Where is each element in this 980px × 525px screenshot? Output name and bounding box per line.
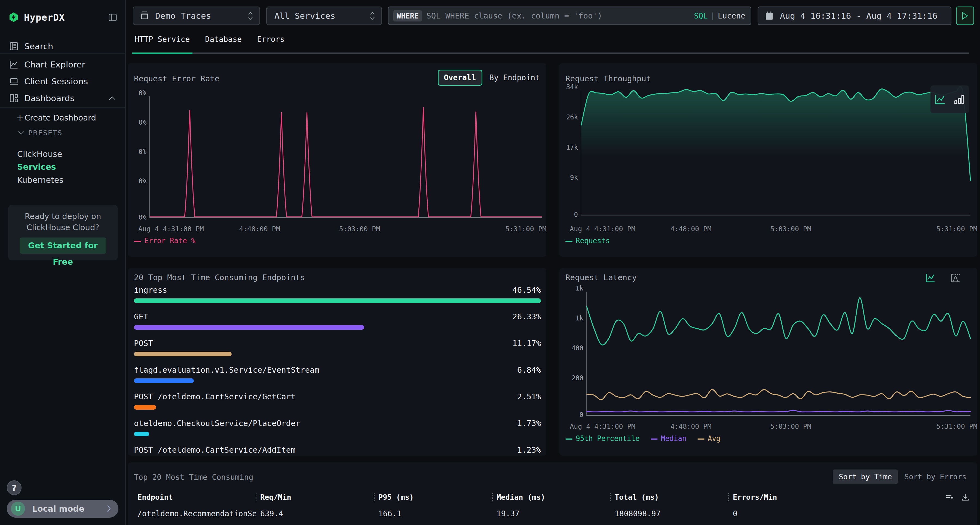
collapse-sidebar-icon[interactable] (108, 13, 118, 22)
y-tick-label: 0% (138, 178, 146, 185)
table-header-row: EndpointReq/MinP95 (ms)Median (ms)Total … (137, 493, 945, 501)
chevron-right-icon (107, 505, 111, 512)
endpoint-row[interactable]: oteldemo.CheckoutService/PlaceOrder1.73% (134, 416, 541, 443)
y-tick-label: 1k (576, 284, 583, 292)
y-tick-label: 17k (566, 144, 578, 151)
sidebar-item-kubernetes[interactable]: Kubernetes (0, 174, 125, 186)
source-select[interactable]: Demo Traces (133, 6, 260, 25)
tab-database[interactable]: Database (205, 35, 242, 45)
sort-by-time-button[interactable]: Sort by Time (833, 469, 898, 484)
column-header-endpoint[interactable]: Endpoint (137, 493, 256, 501)
sidebar-item-search[interactable]: Search (0, 40, 125, 53)
error-rate-panel: Request Error Rate Overall By Endpoint 0… (128, 63, 546, 257)
presets-toggle[interactable]: PRESETS (0, 127, 125, 139)
bar-chart-icon[interactable] (953, 93, 965, 105)
table-actions (945, 493, 970, 501)
time-range-value: Aug 4 16:31:16 - Aug 4 17:31:16 (780, 11, 937, 21)
column-drag-handle[interactable] (728, 493, 729, 501)
tab-errors[interactable]: Errors (257, 35, 285, 45)
throughput-chart: 34k26k17k9k0 (562, 87, 970, 216)
latency-lines (587, 292, 970, 415)
column-header-p95-ms[interactable]: P95 (ms) (374, 493, 492, 501)
endpoint-row[interactable]: ingress46.54% (134, 283, 541, 309)
legend-item: Avg (697, 435, 721, 443)
table-row[interactable]: /oteldemo.RecommendationServ639.4166.119… (137, 509, 945, 518)
create-dashboard-label: Create Dashboard (24, 113, 96, 122)
endpoint-bar (134, 405, 156, 410)
dashboards-icon (9, 93, 19, 103)
run-query-button[interactable] (956, 6, 974, 25)
sidebar: HyperDX Search Chart Explorer Client Ses… (0, 0, 126, 525)
database-icon (140, 11, 149, 21)
column-header-errors-min[interactable]: Errors/Min (728, 493, 846, 501)
panel-title: Top 20 Most Time Consuming (134, 473, 253, 482)
column-header-req-min[interactable]: Req/Min (256, 493, 374, 501)
panel-title: 20 Top Most Time Consuming Endpoints (134, 273, 305, 282)
column-drag-handle[interactable] (492, 493, 493, 501)
by-endpoint-button[interactable]: By Endpoint (490, 73, 540, 82)
x-tick-label: 4:48:00 PM (239, 225, 280, 233)
x-axis-labels: Aug 4 4:31:00 PM4:48:00 PM5:03:00 PM5:31… (578, 422, 977, 431)
table-cell: /oteldemo.RecommendationServ (137, 509, 256, 518)
line-chart-icon[interactable] (925, 272, 936, 283)
column-drag-handle[interactable] (610, 493, 611, 501)
legend-item: 95th Percentile (565, 435, 640, 443)
sidebar-item-label: Dashboards (24, 93, 74, 103)
sidebar-item-services[interactable]: Services (0, 160, 125, 173)
error-rate-chart: 0%0%0%0%0% (130, 93, 542, 218)
endpoint-name: ingress (134, 285, 167, 295)
service-select[interactable]: All Services (266, 6, 382, 25)
y-tick-label: 1k (576, 314, 583, 322)
get-started-button[interactable]: Get Started for Free (20, 238, 106, 254)
sidebar-divider (0, 53, 125, 54)
tab-underline-track (132, 52, 969, 54)
tab-http-service[interactable]: HTTP Service (135, 35, 190, 45)
avatar: U (11, 501, 25, 516)
y-axis-labels: 1k1k4002000 (568, 288, 583, 416)
sort-by-errors-button[interactable]: Sort by Errors (902, 469, 969, 484)
overall-button[interactable]: Overall (438, 70, 482, 86)
column-settings-icon[interactable] (945, 493, 954, 501)
sidebar-item-dashboards[interactable]: Dashboards (0, 92, 125, 105)
endpoint-row[interactable]: flagd.evaluation.v1.Service/EventStream6… (134, 363, 541, 390)
y-tick-label: 0% (138, 214, 146, 221)
endpoint-row[interactable]: POST /oteldemo.CartService/GetCart2.51% (134, 390, 541, 416)
histogram-icon[interactable] (950, 272, 961, 283)
line-chart-icon[interactable] (934, 93, 946, 105)
endpoint-row[interactable]: POST11.17% (134, 336, 541, 363)
top-time-consuming-table-panel: Top 20 Most Time Consuming Sort by Time … (128, 462, 977, 525)
toggle-separator: | (711, 11, 715, 21)
main-area: Demo Traces All Services WHERE SQL WHERE… (126, 0, 980, 525)
endpoint-row[interactable]: GET26.33% (134, 309, 541, 336)
time-range-picker[interactable]: Aug 4 16:31:16 - Aug 4 17:31:16 (757, 6, 951, 25)
create-dashboard-button[interactable]: + Create Dashboard (0, 111, 125, 124)
query-language-toggle[interactable]: SQL|Lucene (694, 11, 745, 21)
endpoint-bar (134, 378, 194, 383)
column-header-median-ms[interactable]: Median (ms) (492, 493, 610, 501)
endpoint-name: oteldemo.CheckoutService/PlaceOrder (134, 419, 300, 428)
preset-label: ClickHouse (17, 149, 62, 159)
sql-toggle[interactable]: SQL (694, 11, 708, 21)
help-button[interactable]: ? (7, 481, 22, 495)
y-tick-label: 0% (138, 119, 146, 126)
endpoint-name: POST /oteldemo.CartService/AddItem (134, 445, 296, 455)
hyperdx-logo-icon (8, 12, 19, 23)
endpoint-percent: 1.73% (517, 419, 541, 428)
local-mode-button[interactable]: U Local mode (7, 500, 118, 518)
sidebar-item-clickhouse[interactable]: ClickHouse (0, 148, 125, 160)
endpoint-row[interactable]: POST /oteldemo.CartService/AddItem1.23% (134, 443, 541, 456)
throughput-panel: Request Throughput 34k26k17k9k0 Aug 4 4:… (559, 63, 977, 257)
y-tick-label: 0% (138, 148, 146, 155)
column-drag-handle[interactable] (374, 493, 375, 501)
sidebar-item-client-sessions[interactable]: Client Sessions (0, 75, 125, 88)
download-icon[interactable] (961, 493, 970, 501)
endpoint-percent: 46.54% (512, 285, 541, 295)
column-drag-handle[interactable] (256, 493, 256, 501)
sidebar-item-chart-explorer[interactable]: Chart Explorer (0, 58, 125, 71)
panel-title: Request Error Rate (134, 74, 220, 83)
where-search-input[interactable]: WHERE SQL WHERE clause (ex. column = 'fo… (388, 6, 751, 25)
search-log-icon (9, 41, 19, 51)
column-header-total-ms[interactable]: Total (ms) (610, 493, 728, 501)
x-tick-label: 5:31:00 PM (936, 225, 977, 233)
lucene-toggle[interactable]: Lucene (718, 11, 745, 21)
